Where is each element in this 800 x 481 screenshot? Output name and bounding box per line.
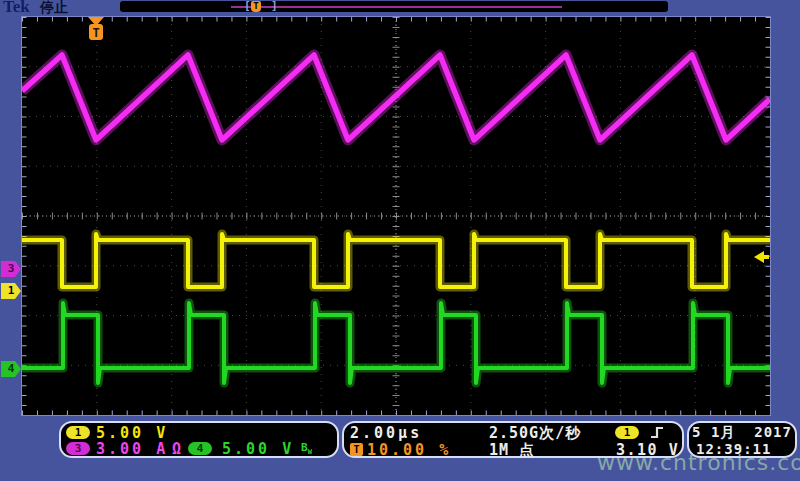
record-length-readout: 1M 点 <box>489 441 535 460</box>
window-bracket-right-icon: ] <box>271 0 278 12</box>
ch1-gate-high-side-trace-core <box>22 234 770 287</box>
horizontal-position-readout: 10.00 % <box>367 441 451 459</box>
window-bracket-left-icon: [ <box>244 0 251 12</box>
channel4-bandwidth-icon: BW <box>301 441 312 456</box>
channel3-badge: 3 <box>66 442 90 455</box>
channel1-badge: 1 <box>66 426 90 439</box>
trigger-position-badge-icon: T <box>350 443 363 456</box>
graticule-grid <box>22 17 770 415</box>
channel4-badge: 4 <box>188 442 212 455</box>
horizontal-position-bar: [ T ] <box>120 1 668 12</box>
channel3-impedance-icon: Ω <box>172 440 181 458</box>
channel4-ground-marker: 4 <box>1 361 21 377</box>
trigger-position-bar-icon: T <box>251 1 261 12</box>
channel-readout-panel: 1 5.00 V 3 3.00 A Ω 4 5.00 V BW <box>59 421 339 458</box>
channel4-scale-readout: 5.00 V <box>222 440 294 458</box>
trigger-position-marker: T <box>88 17 104 40</box>
waveform-canvas: T <box>22 17 770 415</box>
trigger-level-arrow-icon <box>754 251 769 263</box>
bw-letter: B <box>301 441 308 454</box>
tek-logo: Tek <box>3 0 30 17</box>
oscilloscope-screen: Tek 停止 [ T ] T 3 1 4 1 5.00 V 3 3.00 A Ω… <box>0 0 800 481</box>
trigger-slope-rising-icon <box>650 425 665 440</box>
date-readout: 5 1月 2017 <box>689 424 795 442</box>
channel3-scale-readout: 3.00 A <box>96 440 168 458</box>
bw-sub-letter: W <box>308 448 312 456</box>
channel1-ground-marker: 1 <box>1 283 21 299</box>
record-length-line <box>231 6 562 8</box>
watermark-text: www.cntronics.com <box>597 450 800 475</box>
trigger-source-badge: 1 <box>615 426 639 439</box>
channel3-ground-marker: 3 <box>1 261 21 277</box>
horizontal-scale-readout: 2.00µs <box>350 424 422 442</box>
acquisition-status: 停止 <box>40 0 68 17</box>
graticule-display: T <box>21 16 771 416</box>
trigger-position-label: T <box>92 26 99 40</box>
